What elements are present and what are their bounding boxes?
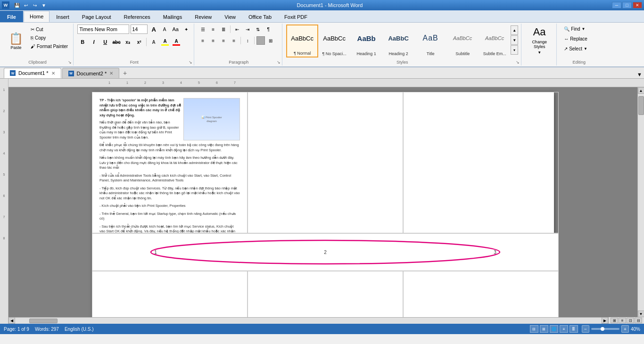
strikethrough-button[interactable]: abc <box>111 37 122 47</box>
undo-quick-btn[interactable]: ↩ <box>22 1 30 9</box>
document-area[interactable]: 📊 Print Spoolerdiagram TP - Tiện ích 'sp… <box>8 87 637 317</box>
customize-quick-btn[interactable]: ▼ <box>40 1 48 9</box>
scroll-right-btn[interactable]: ▶ <box>602 317 608 324</box>
doc-tab-document1[interactable]: W Document1 * ✕ <box>4 68 61 78</box>
increase-indent-btn[interactable]: ⇥ <box>243 25 252 34</box>
style-title[interactable]: AaB Title <box>414 25 446 57</box>
text-effects-btn[interactable]: A <box>149 37 159 47</box>
align-right-btn[interactable]: ≡ <box>219 36 228 45</box>
bold-button[interactable]: B <box>77 37 88 47</box>
vertical-scrollbar[interactable]: ▲ ▼ <box>637 87 644 317</box>
grow-font-btn[interactable]: A <box>149 25 158 34</box>
bullets-btn[interactable]: ☰ <box>198 25 207 34</box>
scroll-left-btn[interactable]: ◀ <box>8 317 15 324</box>
font-name-input[interactable] <box>77 25 129 34</box>
change-case-btn[interactable]: Aa <box>171 25 180 34</box>
numbering-btn[interactable]: ≡ <box>208 25 218 34</box>
multilevel-list-btn[interactable]: ≣ <box>219 25 228 34</box>
horizontal-scrollbar[interactable] <box>15 317 602 324</box>
tab-view[interactable]: View <box>218 11 242 22</box>
paragraph-expand-icon[interactable]: ↘ <box>277 60 281 65</box>
restore-btn[interactable]: □ <box>622 2 632 8</box>
tab-file[interactable]: File <box>0 11 23 22</box>
scroll-thumb-h[interactable] <box>29 319 58 323</box>
clear-format-btn[interactable]: ✦ <box>182 25 191 34</box>
paste-button[interactable]: 📋 Paste <box>5 25 27 58</box>
line-spacing-btn[interactable]: ↕ <box>243 36 252 45</box>
tab-home[interactable]: Home <box>24 11 50 22</box>
superscript-button[interactable]: x² <box>134 37 144 47</box>
style-nospacing-preview: AaBbCc <box>320 26 349 50</box>
find-button[interactable]: 🔍 Find ▼ <box>561 25 588 33</box>
shrink-font-btn[interactable]: A <box>160 25 169 34</box>
replace-button[interactable]: ↔ Replace <box>561 34 591 43</box>
subscript-button[interactable]: x₂ <box>123 37 133 47</box>
view-btn-3[interactable]: ⊡ <box>627 318 634 323</box>
draft-icon[interactable]: ≣ <box>570 325 578 333</box>
borders-btn[interactable]: ⊞ <box>266 36 275 45</box>
cut-button[interactable]: ✂ Cut <box>28 25 70 33</box>
save-quick-btn[interactable]: 💾 <box>13 1 21 9</box>
decrease-indent-btn[interactable]: ⇤ <box>232 25 242 34</box>
tab-scroll-arrow[interactable]: ▼ <box>635 71 644 78</box>
align-left-btn[interactable]: ≡ <box>198 36 207 45</box>
copy-button[interactable]: ⎘ Copy <box>28 34 70 42</box>
zoom-in-btn[interactable]: + <box>621 325 629 333</box>
scroll-thumb-v[interactable] <box>638 96 644 115</box>
page-cell-content[interactable]: 📊 Print Spoolerdiagram TP - Tiện ích 'sp… <box>92 92 248 233</box>
scroll-track-v[interactable] <box>638 94 644 311</box>
styles-scroll-more[interactable]: ▾ <box>511 45 518 55</box>
doc2-close[interactable]: ✕ <box>109 71 113 76</box>
tab-page-layout[interactable]: Page Layout <box>76 11 117 22</box>
view-btn-2[interactable]: ≡ <box>619 318 626 323</box>
select-button[interactable]: ↗ Select ▼ <box>561 44 591 53</box>
underline-button[interactable]: U <box>100 37 110 47</box>
format-painter-button[interactable]: 🖌 Format Painter <box>28 42 70 50</box>
text-highlight-btn[interactable]: A <box>160 37 170 47</box>
style-heading1[interactable]: AaBb Heading 1 <box>350 25 382 57</box>
justify-btn[interactable]: ≡ <box>229 36 239 45</box>
tab-mailings[interactable]: Mailings <box>157 11 188 22</box>
new-tab-btn[interactable]: + <box>120 68 130 78</box>
font-size-input[interactable] <box>131 25 148 34</box>
italic-button[interactable]: I <box>89 37 99 47</box>
sort-btn[interactable]: ⇅ <box>253 25 263 34</box>
styles-expand-icon[interactable]: ↘ <box>516 60 520 65</box>
style-subtle-emphasis[interactable]: AaBbCc Subtle Em... <box>479 25 511 57</box>
styles-scroll-down[interactable]: ▼ <box>511 35 518 45</box>
minimize-btn[interactable]: ─ <box>612 2 621 8</box>
styles-scroll-up[interactable]: ▲ <box>511 25 518 35</box>
tab-references[interactable]: References <box>118 11 157 22</box>
font-color-btn[interactable]: A <box>171 37 182 47</box>
doc-tab-document2[interactable]: W Document2 * ✕ <box>62 68 120 78</box>
tab-officetab[interactable]: Office Tab <box>242 11 278 22</box>
clipboard-expand-icon[interactable]: ↘ <box>68 60 72 65</box>
tab-foxitpdf[interactable]: Foxit PDF <box>278 11 314 22</box>
style-heading2[interactable]: AaBbC Heading 2 <box>382 25 414 57</box>
view-btn-1[interactable]: ⊞ <box>611 318 618 323</box>
tab-review[interactable]: Review <box>189 11 218 22</box>
scroll-track-h[interactable] <box>15 318 602 324</box>
zoom-out-btn[interactable]: − <box>582 325 589 333</box>
align-center-btn[interactable]: ≡ <box>208 36 218 45</box>
outline-icon[interactable]: ≡ <box>560 325 568 333</box>
zoom-slider[interactable] <box>591 328 619 330</box>
doc1-close[interactable]: ✕ <box>51 71 55 76</box>
font-expand-icon[interactable]: ↘ <box>189 60 192 65</box>
web-layout-icon[interactable]: 🌐 <box>550 325 558 333</box>
redo-quick-btn[interactable]: ↪ <box>31 1 39 9</box>
style-no-spacing[interactable]: AaBbCc ¶ No Spaci... <box>318 25 350 57</box>
full-reading-icon[interactable]: ⊞ <box>540 325 548 333</box>
style-subtitle[interactable]: AaBbCc Subtitle <box>446 25 479 57</box>
style-normal[interactable]: AaBbCc ¶ Normal <box>286 25 318 57</box>
tab-insert[interactable]: Insert <box>50 11 75 22</box>
close-btn[interactable]: ✕ <box>633 2 642 8</box>
style-heading1-label: Heading 1 <box>357 51 376 56</box>
shading-btn[interactable] <box>256 36 265 45</box>
change-styles-button[interactable]: Aa ChangeStyles ▼ <box>525 25 553 62</box>
view-btn-4[interactable]: ⊟ <box>635 318 642 323</box>
print-layout-icon[interactable]: ⊟ <box>530 325 538 333</box>
show-formatting-btn[interactable]: ¶ <box>264 25 273 34</box>
scroll-down-btn[interactable]: ▼ <box>638 311 644 317</box>
scroll-up-btn[interactable]: ▲ <box>638 87 644 94</box>
